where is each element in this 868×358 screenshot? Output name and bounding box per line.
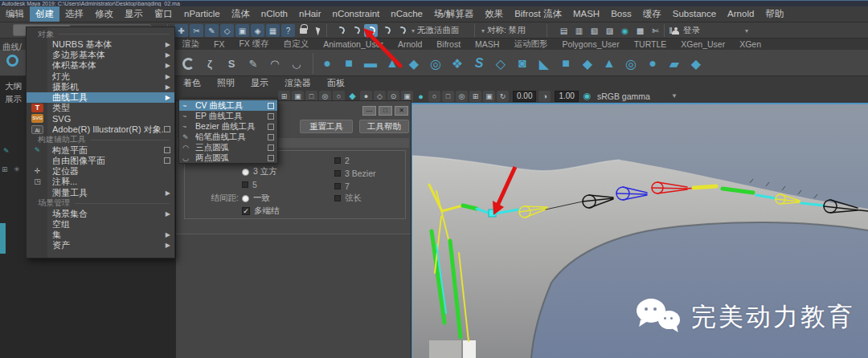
active-surface-field[interactable]: 无激活曲面 — [417, 25, 460, 36]
menu-item-assets[interactable]: 资产▶ — [27, 240, 174, 250]
tool-help-button[interactable]: 工具帮助 — [359, 120, 409, 133]
output-connections-icon[interactable] — [379, 24, 393, 37]
option-box[interactable] — [268, 103, 274, 109]
menu-substance[interactable]: Substance — [667, 6, 722, 22]
menu-item-free-image-plane[interactable]: 自由图像平面 — [27, 156, 174, 166]
lock-icon[interactable] — [297, 24, 310, 37]
option-box[interactable] — [164, 157, 170, 164]
snap-to-curves-icon-active[interactable] — [364, 24, 378, 37]
chevron-down-icon[interactable]: ▾ — [745, 27, 748, 35]
panel-menu-shading[interactable]: 着色 — [175, 77, 209, 89]
shelf-tab-mash[interactable]: MASH — [468, 39, 506, 49]
checkbox-multi-end-knots[interactable]: ✓ 多端结 — [242, 206, 280, 216]
menu-item-adobe-illustrator[interactable]: Ai Adobe(R) Illustrator(R) 对象... — [27, 124, 174, 135]
isolate-select-icon[interactable]: ⊞ — [469, 91, 481, 102]
motion-blur-icon[interactable]: ○ — [428, 91, 440, 102]
menu-effects[interactable]: 效果 — [479, 6, 509, 22]
submenu-item-two-point-arc[interactable]: ◡ 两点圆弧 — [179, 153, 277, 163]
color-management-icon[interactable]: ◉ — [581, 91, 593, 102]
shelf-icon-planar[interactable]: ■ — [556, 54, 575, 73]
radio-knot-uniform[interactable]: 一致 — [242, 193, 270, 203]
menu-item-lights[interactable]: 灯光▶ — [27, 71, 174, 82]
shelf-tab-rendering[interactable]: 渲染 — [175, 39, 207, 50]
menu-item-scene-assembly[interactable]: 场景集合▶ — [27, 209, 174, 219]
render-settings-icon[interactable]: ▨ — [603, 24, 616, 37]
option-box[interactable] — [164, 147, 170, 153]
menu-windows[interactable]: 窗口 — [149, 6, 178, 22]
menu-nconstraint[interactable]: nConstraint — [326, 6, 385, 22]
option-box[interactable] — [268, 134, 274, 140]
snap-grid-icon[interactable]: ◇ — [220, 24, 234, 37]
radio-degree-2[interactable]: 2 — [334, 156, 350, 165]
menu-item-measure-tools[interactable]: 测量工具▶ — [27, 187, 174, 197]
outliner-menu-display[interactable]: 大纲 — [5, 81, 22, 92]
menu-item-polygon-primitives[interactable]: 多边形基本体▶ — [27, 50, 174, 60]
outliner-menu-show[interactable]: 展示 — [5, 94, 22, 105]
shelf-tab-turtle[interactable]: TURTLE — [627, 39, 674, 49]
shelf-tab-curves-partial[interactable]: 曲线/ — [2, 42, 22, 53]
ipr-render-icon[interactable]: ▧ — [588, 24, 601, 37]
close-button[interactable]: ✕ — [395, 106, 408, 116]
shelf-icon-attach[interactable]: ● — [643, 54, 662, 73]
menu-item-locator[interactable]: ✛ 定位器 — [27, 166, 174, 177]
shelf-icon-cv-curve[interactable] — [178, 54, 198, 73]
panel-menu-show[interactable]: 显示 — [243, 77, 276, 89]
shelf-icon-arc-2pt[interactable]: ◡ — [287, 54, 306, 73]
panel-menu-lighting[interactable]: 照明 — [209, 77, 243, 89]
login-button[interactable]: 登录 — [683, 25, 700, 36]
display-render-globals-icon[interactable]: ◉ — [618, 24, 632, 37]
input-connections-icon[interactable] — [349, 24, 362, 37]
exposure-icon[interactable]: ↻ — [497, 91, 509, 102]
lasso-select-icon[interactable]: ✂ — [190, 24, 203, 37]
menu-edit[interactable]: 编辑 — [0, 6, 30, 22]
snap-curve-icon[interactable]: ▣ — [235, 24, 249, 37]
menu-display[interactable]: 显示 — [119, 6, 149, 22]
menu-item-annotation[interactable]: ◳ 注释... — [27, 177, 174, 187]
menu-boss[interactable]: Boss — [605, 6, 637, 22]
shelf-icon-detach[interactable]: ▰ — [665, 54, 684, 73]
minimize-button[interactable]: — — [362, 106, 376, 116]
shelf-tab-arnold[interactable]: Arnold — [391, 39, 429, 49]
curve-toggle-icon[interactable] — [395, 24, 408, 37]
gamma-icon[interactable]: ◑ — [538, 91, 551, 102]
panel-menu-renderer[interactable]: 渲染器 — [276, 77, 319, 89]
shelf-tab-xgen[interactable]: XGen — [732, 39, 768, 49]
option-box[interactable] — [268, 155, 274, 161]
radio-degree-5[interactable]: 5 — [242, 180, 257, 189]
shelf-icon-arc-3pt[interactable]: ◠ — [265, 54, 285, 73]
menu-help[interactable]: 帮助 — [760, 6, 789, 22]
screen-space-ao-icon[interactable]: ● — [415, 91, 427, 102]
shelf-icon-nurbs-cone[interactable]: ▲ — [383, 54, 402, 73]
submenu-item-three-point-arc[interactable]: ◠ 三点圆弧 — [179, 142, 277, 153]
shelf-icon-nurbs-circle[interactable] — [6, 55, 18, 67]
shelf-icon-nurbs-torus[interactable]: ◎ — [426, 54, 445, 73]
option-box[interactable] — [268, 124, 274, 130]
menu-mash[interactable]: MASH — [567, 6, 605, 22]
shelf-tab-animation-user[interactable]: Animation_User — [316, 39, 391, 49]
snap-point-icon[interactable]: ◈ — [251, 24, 264, 37]
shelf-icon-nurbs-cube[interactable]: ■ — [339, 54, 358, 73]
option-box[interactable] — [268, 113, 274, 120]
depth-of-field-icon[interactable]: ◎ — [456, 91, 468, 102]
shelf-icon-nurbs-sphere[interactable]: ● — [317, 54, 337, 73]
menu-item-construction-plane[interactable]: ✎ 构造平面 — [27, 145, 174, 156]
menu-item-volume-primitives[interactable]: 体积基本体▶ — [27, 60, 174, 71]
menu-item-curve-tools[interactable]: 曲线工具▶ — [27, 92, 174, 103]
option-box[interactable] — [268, 144, 274, 151]
gamma-field[interactable]: 1.00 — [555, 91, 578, 102]
multisampling-icon[interactable]: □ — [442, 91, 454, 102]
exposure-field[interactable]: 0.00 — [513, 91, 536, 102]
chevron-down-icon[interactable]: ▾ — [411, 27, 415, 35]
shelf-icon-insert-knot[interactable]: ◆ — [686, 54, 706, 73]
hypershade-icon[interactable]: ▩ — [633, 24, 647, 37]
shelf-icon-ep-curve[interactable]: ζ — [200, 54, 219, 73]
menu-item-type[interactable]: T 类型 — [27, 103, 174, 113]
radio-knot-chord[interactable]: 弦长 — [334, 193, 362, 203]
perspective-viewport[interactable]: 完美动力教育 — [411, 103, 868, 358]
shelf-icon-curve-surface[interactable]: S — [469, 54, 489, 73]
snap-plane-icon[interactable]: ▦ — [266, 24, 280, 37]
chevron-down-icon[interactable]: ▾ — [481, 27, 485, 35]
menu-bifrost-fluids[interactable]: Bifrost 流体 — [509, 6, 567, 22]
shelf-tab-fx-caching[interactable]: FX 缓存 — [231, 39, 276, 50]
shelf-tab-xgen-user[interactable]: XGen_User — [674, 39, 732, 49]
